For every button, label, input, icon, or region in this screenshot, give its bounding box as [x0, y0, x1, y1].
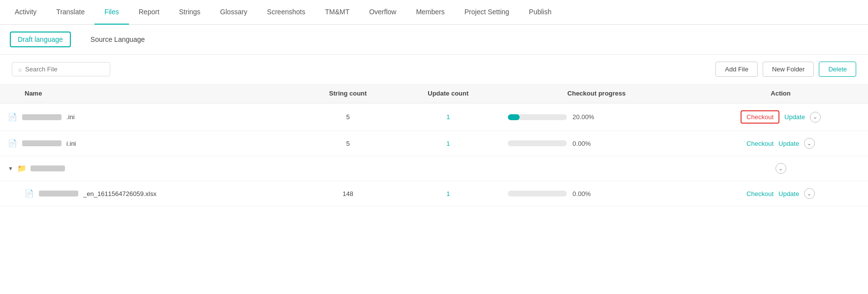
- search-input[interactable]: [25, 65, 104, 73]
- update-count: 1: [397, 181, 500, 206]
- checkout-button-row1[interactable]: Checkout: [741, 110, 779, 124]
- toolbar-actions: Add File New Folder Delete: [715, 62, 856, 77]
- update-button-row1[interactable]: Update: [784, 113, 805, 121]
- nav-project-setting[interactable]: Project Setting: [455, 0, 519, 25]
- update-count: 1: [397, 131, 500, 156]
- nav-tm-mt[interactable]: TM&MT: [315, 0, 359, 25]
- update-count-link[interactable]: 1: [446, 113, 450, 121]
- progress-pct-label: 0.00%: [573, 140, 598, 147]
- nav-publish[interactable]: Publish: [519, 0, 561, 25]
- tab-draft-language[interactable]: Draft language: [10, 32, 71, 47]
- progress-cell: 0.00%: [500, 131, 693, 156]
- progress-cell: 0.00%: [500, 181, 693, 206]
- table-row: 📄 _en_1611564726059.xlsx 148 1 0.00%: [0, 181, 868, 206]
- progress-cell: 20.00%: [500, 103, 693, 131]
- nav-translate[interactable]: Translate: [46, 0, 94, 25]
- file-icon: 📄: [8, 139, 17, 148]
- sub-tabs: Draft language Source Language: [0, 25, 868, 55]
- search-box[interactable]: ⌕: [12, 62, 110, 76]
- folder-row: ▼ 📁 ⌄: [0, 156, 868, 181]
- filename-suffix: i.ini: [66, 140, 76, 147]
- col-header-checkout-progress: Checkout progress: [500, 84, 693, 103]
- progress-bar-bg: [508, 114, 567, 120]
- filename-blur: [22, 140, 62, 146]
- folder-action-cell: ⌄: [693, 156, 868, 181]
- nav-files[interactable]: Files: [94, 0, 129, 25]
- file-icon: 📄: [25, 189, 34, 198]
- table-header-row: Name String count Update count Checkout …: [0, 84, 868, 103]
- action-cell: Checkout Update ⌄: [693, 181, 868, 206]
- update-count-link[interactable]: 1: [446, 190, 450, 197]
- table-row: 📄 i.ini 5 1 0.00% Checkout: [0, 131, 868, 156]
- file-name-cell: 📄 .ini: [0, 103, 299, 131]
- filename-blur: [22, 114, 62, 120]
- search-icon: ⌕: [18, 65, 22, 73]
- progress-pct-label: 20.00%: [573, 113, 598, 121]
- string-count: 148: [299, 181, 397, 206]
- nav-glossary[interactable]: Glossary: [210, 0, 257, 25]
- expand-button-row2[interactable]: ⌄: [804, 138, 815, 149]
- expand-button-folder[interactable]: ⌄: [775, 163, 786, 174]
- nav-members[interactable]: Members: [406, 0, 454, 25]
- top-navigation: Activity Translate Files Report Strings …: [0, 0, 868, 25]
- expand-button-row1[interactable]: ⌄: [810, 112, 821, 123]
- progress-bar-bg: [508, 191, 567, 196]
- folder-collapse-arrow[interactable]: ▼: [8, 165, 13, 171]
- nav-overflow[interactable]: Overflow: [359, 0, 406, 25]
- string-count: 5: [299, 103, 397, 131]
- add-file-button[interactable]: Add File: [715, 62, 758, 77]
- checkout-button-subfile[interactable]: Checkout: [746, 190, 774, 197]
- progress-bar-bg: [508, 140, 567, 146]
- file-name-cell: 📄 i.ini: [0, 131, 299, 156]
- filename-suffix: _en_1611564726059.xlsx: [83, 190, 156, 197]
- expand-button-subfile[interactable]: ⌄: [804, 188, 815, 199]
- toolbar: ⌕ Add File New Folder Delete: [0, 55, 868, 84]
- nav-activity[interactable]: Activity: [5, 0, 46, 25]
- nav-strings[interactable]: Strings: [169, 0, 211, 25]
- folder-icon: 📁: [17, 164, 27, 173]
- col-header-action: Action: [693, 84, 868, 103]
- filename-blur: [39, 191, 78, 196]
- nav-screenshots[interactable]: Screenshots: [257, 0, 315, 25]
- tab-source-language[interactable]: Source Language: [83, 32, 153, 47]
- nav-report[interactable]: Report: [129, 0, 169, 25]
- folder-name-blur: [31, 165, 65, 171]
- new-folder-button[interactable]: New Folder: [763, 62, 814, 77]
- string-count: 5: [299, 131, 397, 156]
- file-icon: 📄: [8, 113, 17, 122]
- folder-name-cell: ▼ 📁: [0, 156, 693, 181]
- table-row: 📄 .ini 5 1 20.00% Checkout: [0, 103, 868, 131]
- update-button-subfile[interactable]: Update: [778, 190, 799, 197]
- progress-bar-fill: [508, 114, 520, 120]
- col-header-update-count: Update count: [397, 84, 500, 103]
- delete-button[interactable]: Delete: [819, 62, 856, 77]
- update-count-link[interactable]: 1: [446, 140, 450, 147]
- col-header-string-count: String count: [299, 84, 397, 103]
- action-cell: Checkout Update ⌄: [693, 103, 868, 131]
- col-header-name: Name: [0, 84, 299, 103]
- filename-suffix: .ini: [66, 113, 75, 121]
- progress-pct-label: 0.00%: [573, 190, 598, 197]
- file-name-cell: 📄 _en_1611564726059.xlsx: [0, 181, 299, 206]
- update-button-row2[interactable]: Update: [778, 140, 799, 147]
- checkout-button-row2[interactable]: Checkout: [746, 140, 774, 147]
- file-table: Name String count Update count Checkout …: [0, 84, 868, 206]
- update-count: 1: [397, 103, 500, 131]
- action-cell: Checkout Update ⌄: [693, 131, 868, 156]
